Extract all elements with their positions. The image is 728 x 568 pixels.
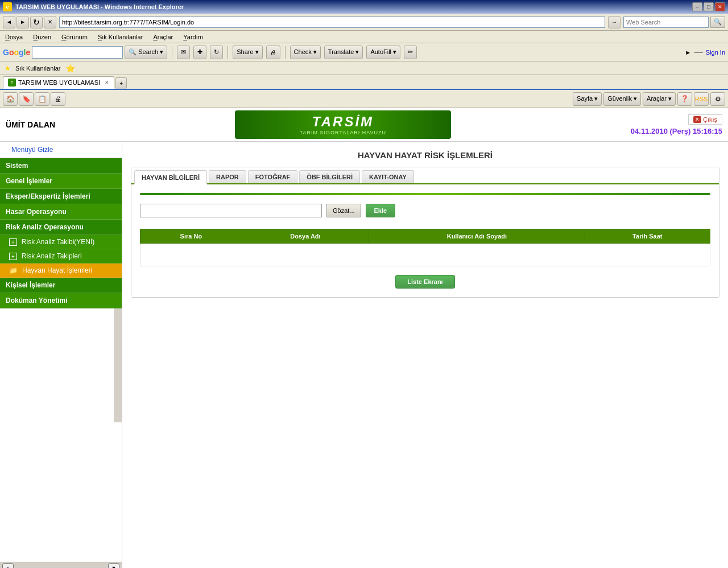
tabs-container: HAYVAN BİLGİLERİ RAPOR FOTOĞRAF ÖBF BİLG… bbox=[131, 167, 719, 298]
favorites-label[interactable]: Sık Kullanılanlar bbox=[15, 65, 61, 72]
tab-close-icon[interactable]: ✕ bbox=[105, 80, 109, 85]
tab-hayvan-bilgileri[interactable]: HAYVAN BİLGİLERİ bbox=[134, 170, 207, 184]
file-path-input[interactable] bbox=[140, 204, 322, 217]
add-favorites-icon[interactable]: ⭐ bbox=[65, 64, 75, 73]
tab-obf-bilgileri[interactable]: ÖBF BİLGİLERİ bbox=[299, 170, 360, 183]
window-title: TARSIM WEB UYGULAMASI - Windows Internet… bbox=[15, 3, 184, 10]
google-search-input[interactable] bbox=[32, 46, 123, 59]
tarsim-logo-banner: TARSİM TARIM SİGORTALARI HAVUZU bbox=[235, 110, 451, 139]
mail-button[interactable]: ✉ bbox=[177, 46, 190, 59]
content-area: HAYVAN HAYAT RİSK İŞLEMLERİ HAYVAN BİLGİ… bbox=[122, 142, 728, 568]
autofill-button[interactable]: AutoFill ▾ bbox=[366, 46, 400, 59]
gozat-button[interactable]: Gözat... bbox=[326, 204, 361, 217]
menu-hide-button[interactable]: Menüyü Gizle bbox=[6, 143, 116, 156]
menu-yardim[interactable]: Yardım bbox=[181, 32, 205, 42]
minimize-button[interactable]: – bbox=[692, 2, 702, 11]
tab-fotograf[interactable]: FOTOĞRAF bbox=[248, 170, 298, 183]
close-button[interactable]: ✕ bbox=[715, 2, 725, 11]
sayfa-button[interactable]: Sayfa ▾ bbox=[573, 92, 602, 106]
sidebar-item-sistem[interactable]: Sistem bbox=[0, 158, 122, 174]
ekle-button[interactable]: Ekle bbox=[366, 204, 396, 217]
sidebar-subitem-risk-takibi[interactable]: + Risk Analiz Takibi(YENİ) bbox=[0, 235, 122, 249]
sidebar-item-genel[interactable]: Genel İşlemler bbox=[0, 174, 122, 189]
sidebar-scroll-up[interactable]: ▲ bbox=[2, 563, 14, 568]
stop-button[interactable]: ✕ bbox=[44, 16, 56, 28]
menu-duzen[interactable]: Düzen bbox=[31, 32, 53, 42]
sidebar-scroll-controls: ▲ ▼ bbox=[0, 562, 122, 568]
refresh-toolbar-button[interactable]: ↻ bbox=[210, 46, 223, 59]
guvenlik-button[interactable]: Güvenlik ▾ bbox=[603, 92, 641, 106]
risk-takibi-toggle: + bbox=[9, 238, 17, 246]
tab-favicon: T bbox=[8, 79, 16, 87]
tabs-header: HAYVAN BİLGİLERİ RAPOR FOTOĞRAF ÖBF BİLG… bbox=[131, 167, 719, 184]
print-icon-btn[interactable]: 🖨 bbox=[51, 92, 65, 106]
exit-button[interactable]: ✕ Çıkış bbox=[688, 114, 722, 125]
sidebar-item-hasar[interactable]: Hasar Operasyonu bbox=[0, 204, 122, 220]
sign-in-link[interactable]: Sign In bbox=[706, 49, 725, 56]
web-search-button[interactable]: 🔍 bbox=[710, 17, 725, 28]
share-button[interactable]: Share ▾ bbox=[233, 46, 262, 59]
risk-takipleri-toggle: + bbox=[9, 253, 17, 260]
col-dosya-adi: Dosya Adı bbox=[242, 229, 369, 244]
main-area: Menüyü Gizle Sistem Genel İşlemler Ekspe… bbox=[0, 142, 728, 568]
user-header: ÜMİT DALAN TARSİM TARIM SİGORTALARI HAVU… bbox=[0, 108, 728, 142]
app-wrapper: ÜMİT DALAN TARSİM TARIM SİGORTALARI HAVU… bbox=[0, 108, 728, 568]
google-search-button[interactable]: 🔍 Search ▾ bbox=[125, 46, 167, 59]
menu-araclar[interactable]: Araçlar bbox=[151, 32, 175, 42]
browser-tab-tarsim[interactable]: T TARSIM WEB UYGULAMASI ✕ bbox=[3, 76, 114, 89]
plus-icon: ✚ bbox=[197, 48, 202, 56]
menu-bar: Dosya Düzen Görünüm Sık Kullanılanlar Ar… bbox=[0, 31, 728, 43]
tab-rapor[interactable]: RAPOR bbox=[209, 170, 246, 183]
toolbar-separator-1 bbox=[172, 46, 172, 59]
nav-toolbar-row: 🏠 🔖 📋 🖨 Sayfa ▾ Güvenlik ▾ Araçlar ▾ ❓ R… bbox=[0, 90, 728, 108]
sidebar-subitem-risk-takipleri[interactable]: + Risk Analiz Takipleri bbox=[0, 249, 122, 264]
refresh-button[interactable]: ↻ bbox=[30, 16, 43, 28]
pencil-button[interactable]: ✏ bbox=[404, 46, 417, 59]
maximize-button[interactable]: □ bbox=[704, 2, 714, 11]
rss-button[interactable]: RSS bbox=[694, 92, 709, 106]
folder-icon: 📁 bbox=[9, 266, 18, 274]
settings-icon-btn[interactable]: ⚙ bbox=[710, 92, 725, 106]
user-name: ÜMİT DALAN bbox=[6, 120, 55, 129]
second-nav-buttons: 🏠 🔖 📋 🖨 bbox=[3, 92, 65, 106]
menu-sik[interactable]: Sık Kullanılanlar bbox=[96, 32, 146, 42]
translate-button[interactable]: Translate ▾ bbox=[324, 46, 363, 59]
plus-button[interactable]: ✚ bbox=[193, 46, 206, 59]
bookmark-icon-btn[interactable]: 🔖 bbox=[19, 92, 34, 106]
sidebar-scroll: Sistem Genel İşlemler Eksper/Ekspertiz İ… bbox=[0, 158, 122, 562]
web-search-input[interactable] bbox=[623, 17, 709, 28]
history-icon-btn[interactable]: 📋 bbox=[35, 92, 49, 106]
forward-button[interactable]: ► bbox=[16, 16, 29, 28]
sidebar-item-risk[interactable]: Risk Analiz Operasyonu bbox=[0, 220, 122, 235]
liste-ekrani-button[interactable]: Liste Ekranı bbox=[395, 275, 454, 289]
check-button[interactable]: Check ▾ bbox=[290, 46, 321, 59]
col-tarih-saat: Tarih Saat bbox=[585, 229, 710, 244]
address-input[interactable] bbox=[59, 17, 605, 28]
menu-goruntum[interactable]: Görünüm bbox=[59, 32, 90, 42]
new-tab-button[interactable]: + bbox=[115, 77, 127, 89]
exit-icon: ✕ bbox=[693, 116, 701, 123]
menu-dosya[interactable]: Dosya bbox=[3, 32, 25, 42]
print-toolbar-button[interactable]: 🖨 bbox=[266, 46, 280, 59]
help-button[interactable]: ❓ bbox=[677, 92, 692, 106]
sidebar-subitem-hayvan-hayat[interactable]: 📁 Hayvan Hayat İşlemleri bbox=[0, 264, 122, 278]
google-area: Google 🔍 Search ▾ bbox=[3, 46, 167, 59]
green-separator bbox=[140, 193, 710, 195]
home-icon-btn[interactable]: 🏠 bbox=[3, 92, 18, 106]
col-sira-no: Sıra No bbox=[140, 229, 242, 244]
back-button[interactable]: ◄ bbox=[3, 16, 15, 28]
sidebar-scroll-down[interactable]: ▼ bbox=[108, 563, 119, 568]
go-button[interactable]: → bbox=[608, 16, 621, 28]
right-toolbar: Sayfa ▾ Güvenlik ▾ Araçlar ▾ ❓ RSS ⚙ bbox=[573, 92, 725, 106]
upload-area: Gözat... Ekle bbox=[140, 204, 710, 217]
sidebar-item-eksper[interactable]: Eksper/Ekspertiz İşlemleri bbox=[0, 189, 122, 204]
tab-kayit-onay[interactable]: KAYIT-ONAY bbox=[362, 170, 414, 183]
sidebar-item-dokuman[interactable]: Doküman Yönetimi bbox=[0, 293, 122, 308]
araclar-button[interactable]: Araçlar ▾ bbox=[643, 92, 676, 106]
title-bar: e TARSIM WEB UYGULAMASI - Windows Intern… bbox=[0, 0, 728, 14]
col-kullanici: Kullanıcı Adı Soyadı bbox=[369, 229, 585, 244]
nav-buttons: ◄ ► ↻ ✕ bbox=[3, 16, 56, 28]
star-icon: ★ bbox=[5, 64, 11, 72]
tab-content-hayvan-bilgileri: Gözat... Ekle Sıra No Dosya Adı Kullanıc… bbox=[131, 184, 719, 297]
sidebar-item-kisisel[interactable]: Kişisel İşlemler bbox=[0, 278, 122, 293]
